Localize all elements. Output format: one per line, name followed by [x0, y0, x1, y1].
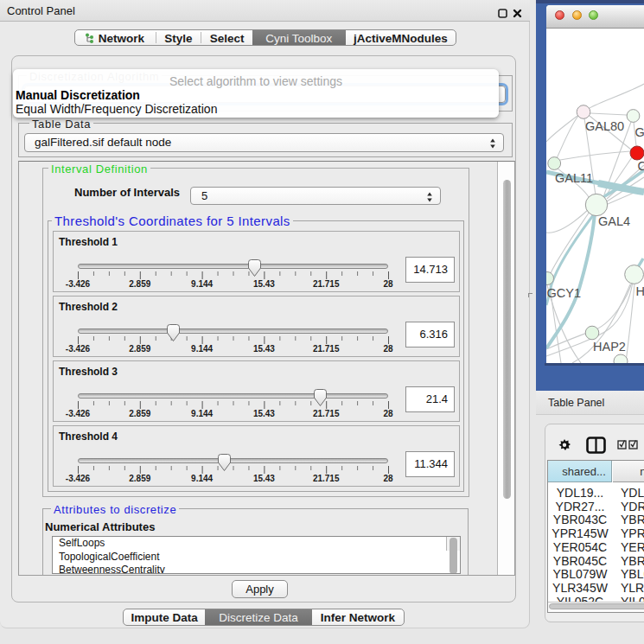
svg-text:C: C [638, 159, 644, 173]
svg-text:GAL80: GAL80 [585, 119, 624, 133]
svg-text:GA: GA [635, 125, 644, 139]
svg-text:GAL4: GAL4 [598, 214, 630, 228]
svg-text:GCY1: GCY1 [547, 286, 582, 300]
svg-text:GAL11: GAL11 [555, 171, 593, 185]
svg-text:H: H [636, 284, 644, 298]
svg-text:HAP2: HAP2 [593, 340, 626, 354]
